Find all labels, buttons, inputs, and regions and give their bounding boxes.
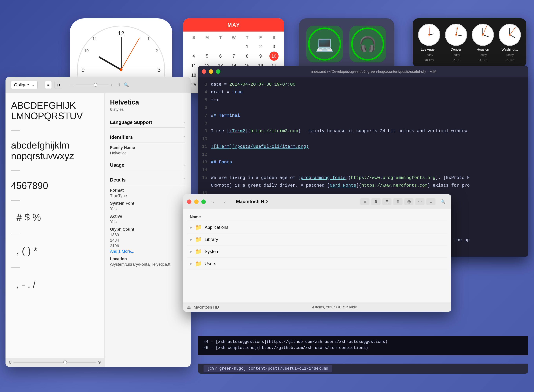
cal-date-7[interactable]: 7 <box>227 51 241 61</box>
font-preview-lower: abcdefghijklm nopqrstuvwxyz <box>5 133 104 168</box>
preview-symbol-3: , - . / <box>11 277 99 292</box>
finder-sort-btn[interactable]: ⇅ <box>371 198 380 205</box>
terminal-prompt-bar: [c9r.green-hugo] content/posts/useful-cl… <box>198 364 528 374</box>
preview-divider-4 <box>11 234 20 234</box>
wc-la-label: Today <box>425 53 433 57</box>
finder-more-btn[interactable]: ⋯ <box>415 198 425 205</box>
vim-line-7: 7 ## Terminal <box>198 112 528 120</box>
finder-back-button[interactable]: ‹ <box>209 198 218 205</box>
vim-linenum: 15 <box>202 174 211 181</box>
wc-houston-name: Houston <box>477 48 489 51</box>
usage-section: Usage › <box>110 160 185 170</box>
cal-date-9[interactable]: 9 <box>254 51 267 61</box>
cal-date-8[interactable]: 8 <box>240 51 254 61</box>
vim-heading: ## Fonts <box>211 159 232 166</box>
cal-date-2[interactable]: 2 <box>254 42 267 51</box>
wc-denver: Denver Today +1HR <box>445 24 467 62</box>
glyph-count-value-2: 1484 <box>110 238 185 243</box>
cc-ring <box>308 28 341 61</box>
cal-date-5[interactable]: 5 <box>201 51 214 61</box>
vim-code: draft = true <box>211 89 243 96</box>
cal-date-3[interactable]: 3 <box>267 42 281 51</box>
finder-status-bar: ⏏ Macintosh HD 4 items, 203.7 GB availab… <box>183 303 451 312</box>
preview-divider-2 <box>11 170 20 171</box>
language-support-title: Language Support <box>110 120 152 125</box>
finder-tag-btn[interactable]: ◎ <box>404 198 413 205</box>
vim-linenum: 3 <box>202 81 211 88</box>
svg-point-9 <box>455 34 457 36</box>
vim-linenum: 5 <box>202 97 211 104</box>
calendar-month-label: MAY <box>228 22 240 28</box>
system-font-label: System Font <box>110 201 185 206</box>
font-view-controls: ≡ ⊟ <box>45 81 62 89</box>
finder-grid-btn[interactable]: ⊞ <box>382 198 392 205</box>
font-style-select[interactable]: Oblique ⌄ <box>11 81 37 89</box>
cal-empty <box>214 42 227 51</box>
finder-eject-icon[interactable]: ⏏ <box>187 305 191 310</box>
clock-num-12: 12 <box>118 30 124 37</box>
preview-divider-1 <box>11 130 20 131</box>
vim-linenum: 7 <box>202 112 211 119</box>
search-button[interactable]: 🔍 <box>124 82 129 88</box>
glyph-count-more[interactable]: And 1 More... <box>110 249 185 254</box>
terminal-lines: 44 - [zsh-autosuggestions](https://githu… <box>198 336 528 355</box>
family-name-value: Helvetica <box>110 151 185 155</box>
folder-icon-system: 📁 <box>195 248 202 255</box>
preview-size-thumb[interactable] <box>63 360 67 364</box>
cc-display-button[interactable]: 💻 <box>306 26 343 62</box>
terminal-prompt-text: [c9r.green-hugo] content/posts/useful-cl… <box>204 365 332 372</box>
view-list-button[interactable]: ≡ <box>45 81 52 89</box>
clock-num-3: 3 <box>157 66 161 73</box>
identifiers-header[interactable]: Identifiers ˅ <box>110 132 185 142</box>
preview-divider-5 <box>11 267 20 268</box>
finder-toolbar: ‹ › Macintosh HD ≡ ⇅ ⊞ ⬆ ◎ ⋯ ⌄ 🔍 <box>183 194 451 209</box>
finder-share-btn[interactable]: ⬆ <box>393 198 403 205</box>
finder-filename-users: Users <box>205 261 216 266</box>
language-support-header[interactable]: Language Support › <box>110 117 185 128</box>
cal-date-1[interactable]: 1 <box>240 42 254 51</box>
cal-date-4[interactable]: 4 <box>187 51 201 61</box>
font-preview-scroll: ABCDEFGHIJK LMNOPQRSTUV abcdefghijklm no… <box>5 93 104 358</box>
font-preview-symbols3: , - . / <box>5 270 104 299</box>
cc-headphone-button[interactable]: 🎧 <box>349 26 386 62</box>
cc-ring2 <box>351 28 384 61</box>
size-slider-thumb[interactable] <box>94 83 97 87</box>
finder-view-list-btn[interactable]: ≡ <box>360 198 370 205</box>
vim-close-button[interactable] <box>202 69 206 74</box>
terminal-line-45: 45 - [zsh-completions](https://github.co… <box>204 346 523 350</box>
finder-row-users[interactable]: ▶ 📁 Users <box>187 258 447 270</box>
view-grid-button[interactable]: ⊟ <box>54 81 62 89</box>
world-clocks-widget: Los Ange... Today +0HRS Denver Today <box>412 18 526 67</box>
wc-washington-offset: +3HRS <box>505 58 514 62</box>
vim-line-12: 12 <box>198 151 528 159</box>
finder-filename-library: Library <box>205 237 218 242</box>
finder-minimize-button[interactable] <box>194 200 199 204</box>
vim-maximize-button[interactable] <box>216 69 220 74</box>
finder-row-library[interactable]: ▶ 📁 Library <box>187 233 447 246</box>
format-value: TrueType <box>110 193 185 198</box>
clock-hour-hand <box>98 56 122 70</box>
finder-forward-button[interactable]: › <box>220 198 230 205</box>
finder-collapse-btn[interactable]: ⌄ <box>426 198 436 205</box>
finder-close-button[interactable] <box>187 200 192 204</box>
finder-body: Name ▶ 📁 Applications ▶ 📁 Library ▶ 📁 Sy… <box>183 209 451 303</box>
identifiers-title: Identifiers <box>110 134 133 140</box>
finder-row-applications[interactable]: ▶ 📁 Applications <box>187 221 447 233</box>
clock-num-10: 10 <box>84 48 89 53</box>
details-header[interactable]: Details ˅ <box>110 175 185 185</box>
cal-date-10-today[interactable]: 10 <box>269 51 279 61</box>
info-button[interactable]: ℹ <box>118 82 120 88</box>
finder-row-system[interactable]: ▶ 📁 System <box>187 246 447 258</box>
preview-size-slider[interactable] <box>13 362 96 363</box>
vim-line-9: 9 I use [iTerm2](https://iterm2.com) – m… <box>198 127 528 135</box>
identifiers-chevron: ˅ <box>183 135 185 140</box>
vim-line-15: 15 We are living in a golden age of [pro… <box>198 174 528 182</box>
usage-header[interactable]: Usage › <box>110 160 185 170</box>
vim-code: 0xProto) is a great daily driver. A patc… <box>211 182 470 189</box>
finder-search-button[interactable]: 🔍 <box>438 198 447 205</box>
size-slider[interactable] <box>75 84 108 85</box>
wc-houston-offset: +2HRS <box>478 58 487 62</box>
vim-minimize-button[interactable] <box>209 69 213 74</box>
cal-date-6[interactable]: 6 <box>214 51 227 61</box>
finder-maximize-button[interactable] <box>201 200 206 204</box>
